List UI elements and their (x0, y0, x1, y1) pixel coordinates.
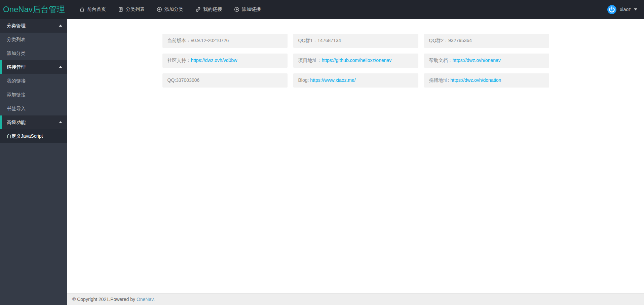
card-link[interactable]: https://www.xiaoz.me/ (310, 77, 355, 83)
sidebar-section-label: 分类管理 (7, 23, 26, 28)
sidebar-section-link-management[interactable]: 链接管理 (0, 60, 67, 74)
info-card-grid: 当前版本：v0.9.12-20210726 QQ群1：147687134 QQ群… (162, 34, 549, 88)
nav-item-my-links[interactable]: 我的链接 (189, 0, 228, 19)
copyright-text: © Copyright 2021.Powered by (72, 297, 137, 302)
nav-item-label: 添加链接 (242, 6, 261, 12)
info-card-qq-contact: QQ:337003006 (162, 73, 288, 88)
sidebar-item-add-category[interactable]: 添加分类 (0, 46, 67, 60)
chevron-down-icon (634, 8, 637, 10)
card-link[interactable]: https://dwz.ovh/onenav (453, 58, 501, 63)
info-card-qq-group-1: QQ群1：147687134 (293, 34, 418, 48)
card-link[interactable]: https://dwz.ovh/donation (450, 77, 501, 83)
card-label: QQ群2：932795364 (429, 38, 472, 43)
main-content: 当前版本：v0.9.12-20210726 QQ群1：147687134 QQ群… (67, 19, 644, 293)
info-card-help-docs: 帮助文档：https://dwz.ovh/onenav (424, 54, 549, 68)
info-container: 当前版本：v0.9.12-20210726 QQ群1：147687134 QQ群… (162, 19, 549, 88)
sidebar-item-custom-javascript[interactable]: 自定义JavaScript (0, 129, 67, 143)
top-nav: 前台首页 分类列表 添加分类 (73, 0, 267, 19)
username: xiaoz (620, 7, 631, 12)
card-link[interactable]: https://github.com/helloxz/onenav (322, 58, 392, 63)
sidebar-item-label: 分类列表 (7, 37, 26, 42)
app-logo: OneNav后台管理 (0, 0, 67, 19)
top-header: OneNav后台管理 前台首页 分类列表 (0, 0, 644, 19)
sidebar-item-add-link[interactable]: 添加链接 (0, 88, 67, 102)
sidebar-section-label: 链接管理 (7, 64, 26, 70)
sidebar-section-advanced-features[interactable]: 高级功能 (0, 115, 67, 129)
sidebar-section-label: 高级功能 (7, 120, 26, 125)
sidebar-item-label: 自定义JavaScript (7, 133, 43, 139)
card-label: 帮助文档： (429, 58, 453, 63)
nav-item-front-home[interactable]: 前台首页 (73, 0, 112, 19)
nav-item-label: 前台首页 (87, 6, 106, 12)
copyright-suffix: . (153, 297, 155, 302)
info-card-project-url: 项目地址：https://github.com/helloxz/onenav (293, 54, 418, 68)
sidebar-section-category-management[interactable]: 分类管理 (0, 19, 67, 33)
user-menu[interactable]: xiaoz (601, 0, 644, 19)
sidebar-item-label: 添加分类 (7, 50, 26, 56)
sidebar-item-label: 书签导入 (7, 106, 26, 111)
nav-item-add-link[interactable]: 添加链接 (228, 0, 267, 19)
onenav-link[interactable]: OneNav (137, 297, 153, 302)
card-label: 当前版本：v0.9.12-20210726 (167, 38, 229, 43)
info-card-blog: Blog: https://www.xiaoz.me/ (293, 73, 418, 88)
card-label: 社区支持： (167, 58, 191, 63)
info-card-qq-group-2: QQ群2：932795364 (424, 34, 549, 48)
home-icon (79, 7, 87, 12)
sidebar-item-category-list[interactable]: 分类列表 (0, 33, 67, 46)
caret-up-icon (59, 66, 62, 68)
footer: © Copyright 2021.Powered by OneNav. (67, 293, 644, 305)
plus-circle-icon (157, 7, 164, 12)
card-label: 项目地址： (298, 58, 322, 63)
document-icon (118, 7, 126, 12)
nav-item-category-list[interactable]: 分类列表 (112, 0, 151, 19)
card-label: QQ:337003006 (167, 77, 200, 83)
card-label: Blog: (298, 77, 310, 83)
nav-item-label: 分类列表 (126, 6, 145, 12)
link-icon (195, 7, 203, 12)
power-avatar-icon (607, 5, 616, 14)
card-link[interactable]: https://dwz.ovh/vd0bw (191, 58, 237, 63)
card-label: QQ群1：147687134 (298, 38, 341, 43)
nav-item-add-category[interactable]: 添加分类 (151, 0, 189, 19)
nav-item-label: 添加分类 (164, 6, 183, 12)
nav-item-label: 我的链接 (203, 6, 222, 12)
plus-circle-icon (234, 7, 242, 12)
info-card-version: 当前版本：v0.9.12-20210726 (162, 34, 288, 48)
sidebar-item-bookmark-import[interactable]: 书签导入 (0, 102, 67, 115)
caret-up-icon (59, 25, 62, 27)
info-card-donation: 捐赠地址: https://dwz.ovh/donation (424, 73, 549, 88)
sidebar-item-my-links[interactable]: 我的链接 (0, 74, 67, 88)
caret-up-icon (59, 121, 62, 123)
sidebar: 分类管理 分类列表 添加分类 链接管理 我的链接 添加链接 书签导入 高级功能 … (0, 19, 67, 305)
info-card-community-support: 社区支持：https://dwz.ovh/vd0bw (162, 54, 288, 68)
sidebar-item-label: 我的链接 (7, 78, 26, 83)
sidebar-item-label: 添加链接 (7, 92, 26, 97)
card-label: 捐赠地址: (429, 77, 451, 83)
